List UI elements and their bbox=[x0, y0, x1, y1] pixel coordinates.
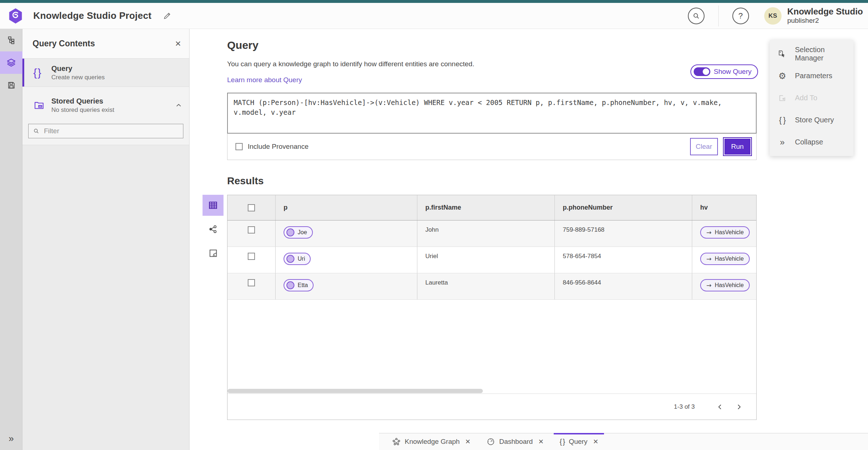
table-icon bbox=[208, 200, 218, 211]
clear-button[interactable]: Clear bbox=[690, 138, 718, 155]
panel-header: Query Contents ✕ bbox=[22, 29, 189, 59]
row-checkbox[interactable] bbox=[248, 226, 255, 234]
entity-pill[interactable]: Joe bbox=[284, 226, 313, 239]
table-row: Joe John 759-889-57168 →HasVehicle bbox=[227, 220, 756, 247]
close-tab-icon[interactable]: ✕ bbox=[538, 438, 544, 446]
cell-firstname: Uriel bbox=[417, 247, 554, 273]
edge-label: HasVehicle bbox=[715, 282, 744, 289]
results-title: Results bbox=[227, 175, 757, 187]
edge-pill[interactable]: →HasVehicle bbox=[700, 279, 750, 291]
braces-icon: { } bbox=[33, 67, 41, 79]
chevron-right-icon bbox=[735, 403, 743, 411]
parameters-button[interactable]: ⚙ Parameters bbox=[770, 65, 854, 87]
expand-rail-button[interactable]: » bbox=[0, 433, 22, 444]
entity-pill[interactable]: Uri bbox=[284, 253, 311, 265]
close-panel-button[interactable]: ✕ bbox=[175, 39, 181, 48]
tool-label: Parameters bbox=[795, 72, 832, 80]
table-empty-area bbox=[227, 300, 756, 388]
header-divider bbox=[718, 5, 719, 26]
entity-pill[interactable]: Etta bbox=[284, 279, 314, 291]
close-tab-icon[interactable]: ✕ bbox=[593, 438, 598, 446]
table-header-row: p p.firstName p.phoneNumber hv bbox=[227, 195, 756, 220]
column-header-hv[interactable]: hv bbox=[692, 195, 756, 220]
edit-title-button[interactable] bbox=[161, 10, 173, 22]
tab-label: Dashboard bbox=[499, 438, 533, 446]
entity-node-icon bbox=[286, 228, 294, 236]
selection-manager-button[interactable]: Selection Manager bbox=[770, 43, 854, 65]
show-query-label: Show Query bbox=[714, 68, 752, 76]
avatar[interactable]: KS bbox=[764, 7, 782, 25]
tool-label: Selection Manager bbox=[795, 46, 847, 62]
column-header-p[interactable]: p bbox=[275, 195, 417, 220]
braces-icon: { } bbox=[779, 115, 786, 125]
entity-label: Uri bbox=[298, 256, 305, 262]
user-info: Knowledge Studio publisher2 bbox=[787, 7, 863, 24]
main-area: Query You can query a knowledge graph to… bbox=[190, 29, 868, 450]
map-view-button[interactable] bbox=[203, 243, 224, 264]
entity-node-icon bbox=[286, 255, 294, 263]
tab-dashboard[interactable]: Dashboard ✕ bbox=[478, 433, 552, 450]
edge-arrow-icon: → bbox=[706, 255, 711, 262]
avatar-initials: KS bbox=[769, 12, 777, 20]
braces-icon: { } bbox=[559, 438, 565, 446]
query-item-subtitle: Create new queries bbox=[51, 74, 105, 81]
table-view-button[interactable] bbox=[203, 195, 224, 216]
graph-view-button[interactable] bbox=[203, 219, 224, 240]
rail-item-hierarchy[interactable] bbox=[0, 29, 22, 51]
query-textarea[interactable]: MATCH (p:Person)-[hv:HasVehicle]->(v:Veh… bbox=[227, 93, 757, 134]
chevron-up-icon bbox=[175, 101, 183, 109]
user-role: publisher2 bbox=[787, 17, 863, 24]
toggle-knob bbox=[703, 68, 709, 75]
show-query-toggle[interactable]: Show Query bbox=[690, 64, 758, 79]
stored-queries-title: Stored Queries bbox=[51, 97, 114, 105]
sidebar-item-query[interactable]: { } Query Create new queries bbox=[22, 59, 189, 87]
chevron-left-icon bbox=[716, 403, 724, 411]
scrollbar-thumb[interactable] bbox=[227, 389, 483, 393]
entity-node-icon bbox=[286, 281, 294, 289]
rail-item-save[interactable] bbox=[0, 74, 22, 96]
page-description: You can query a knowledge graph to ident… bbox=[227, 60, 757, 68]
query-editor: MATCH (p:Person)-[hv:HasVehicle]->(v:Veh… bbox=[227, 93, 757, 160]
close-tab-icon[interactable]: ✕ bbox=[465, 438, 471, 446]
search-icon bbox=[33, 127, 39, 135]
pagination: 1-3 of 3 bbox=[227, 394, 756, 420]
column-header-firstname[interactable]: p.firstName bbox=[417, 195, 554, 220]
view-switcher bbox=[203, 195, 224, 266]
query-editor-footer: Include Provenance Clear Run bbox=[227, 133, 757, 160]
filter-field[interactable] bbox=[28, 124, 183, 138]
page-title: Query bbox=[227, 39, 757, 51]
sidebar-item-stored-queries[interactable]: Stored Queries No stored queries exist bbox=[22, 91, 189, 119]
cell-phonenumber: 759-889-57168 bbox=[554, 220, 692, 247]
row-checkbox[interactable] bbox=[248, 253, 255, 260]
tab-query[interactable]: { } Query ✕ bbox=[552, 433, 606, 450]
gear-icon: ⚙ bbox=[778, 71, 786, 81]
run-button[interactable]: Run bbox=[724, 138, 751, 155]
tab-knowledge-graph[interactable]: Knowledge Graph ✕ bbox=[384, 433, 478, 450]
store-query-button[interactable]: { } Store Query bbox=[770, 109, 854, 131]
edge-pill[interactable]: →HasVehicle bbox=[700, 226, 750, 239]
project-title: Knowledge Studio Project bbox=[33, 10, 152, 21]
edge-label: HasVehicle bbox=[715, 256, 744, 262]
previous-page-button[interactable] bbox=[712, 399, 728, 415]
toggle-track bbox=[694, 67, 710, 76]
edge-pill[interactable]: →HasVehicle bbox=[700, 253, 750, 265]
cell-firstname: Lauretta bbox=[417, 273, 554, 299]
help-button[interactable]: ? bbox=[732, 8, 749, 24]
edge-arrow-icon: → bbox=[706, 229, 711, 236]
collapse-panel-button[interactable]: » Collapse bbox=[770, 131, 854, 153]
column-header-phonenumber[interactable]: p.phoneNumber bbox=[554, 195, 692, 220]
folder-icon bbox=[33, 100, 45, 111]
table-row: Etta Lauretta 846-956-8644 →HasVehicle bbox=[227, 273, 756, 300]
cell-phonenumber: 578-654-7854 bbox=[554, 247, 692, 273]
learn-more-link[interactable]: Learn more about Query bbox=[227, 76, 302, 84]
horizontal-scrollbar[interactable] bbox=[227, 388, 756, 394]
collapse-stored-queries-button[interactable] bbox=[175, 101, 183, 109]
rail-item-layers[interactable] bbox=[0, 51, 22, 74]
filter-input[interactable] bbox=[44, 127, 179, 135]
select-all-checkbox[interactable] bbox=[248, 204, 255, 211]
global-search-button[interactable] bbox=[688, 8, 705, 24]
include-provenance-checkbox[interactable] bbox=[235, 143, 243, 150]
top-accent-strip bbox=[0, 0, 868, 3]
next-page-button[interactable] bbox=[731, 399, 747, 415]
row-checkbox[interactable] bbox=[248, 279, 255, 286]
